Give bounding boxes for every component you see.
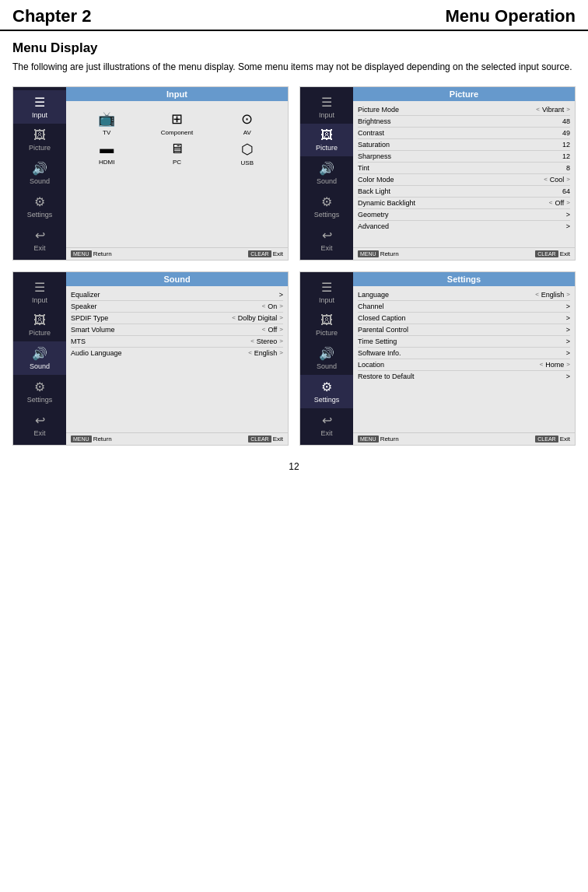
snd-sidebar-input-label: Input	[32, 296, 47, 304]
input-av[interactable]: ⊙ AV	[215, 110, 280, 136]
right-arrow[interactable]: >	[279, 303, 283, 310]
menu-row[interactable]: Channel>	[358, 301, 570, 313]
snd-sidebar-picture[interactable]: 🖼 Picture	[13, 309, 66, 341]
menu-row[interactable]: Software Info.>	[358, 348, 570, 359]
input-component[interactable]: ⊞ Component	[144, 110, 209, 136]
menu-row[interactable]: Language<English>	[358, 289, 570, 301]
left-arrow[interactable]: <	[232, 314, 236, 321]
pic-sidebar-settings-label: Settings	[314, 211, 340, 219]
sidebar-item-sound[interactable]: 🔊 Sound	[13, 156, 66, 190]
menu-row[interactable]: Smart Volume<Off>	[71, 324, 283, 336]
menu-row[interactable]: Brightness48	[358, 116, 570, 128]
hdmi-label: HDMI	[99, 159, 114, 166]
menu-row[interactable]: Geometry>	[358, 209, 570, 221]
pic-sidebar-picture[interactable]: 🖼 Picture	[300, 124, 353, 156]
picture-menu-content: Picture Picture Mode<Vibrant>Brightness4…	[353, 87, 575, 260]
sidebar-picture-label: Picture	[29, 144, 51, 152]
menu-row[interactable]: Advanced>	[358, 221, 570, 232]
left-arrow[interactable]: <	[549, 199, 553, 206]
set-sidebar-picture[interactable]: 🖼 Picture	[300, 309, 353, 341]
left-arrow[interactable]: <	[536, 106, 540, 113]
right-arrow[interactable]: >	[279, 314, 283, 321]
right-arrow[interactable]: >	[566, 199, 570, 206]
sidebar-item-picture[interactable]: 🖼 Picture	[13, 124, 66, 156]
left-arrow[interactable]: <	[262, 326, 266, 333]
input-tv[interactable]: 📺 TV	[74, 110, 139, 136]
row-value-text: 64	[562, 187, 570, 195]
pic-sidebar-input[interactable]: ☰ Input	[300, 90, 353, 124]
menu-row[interactable]: Audio Language<English>	[71, 348, 283, 359]
left-arrow[interactable]: <	[262, 303, 266, 310]
row-label: Smart Volume	[71, 326, 115, 334]
menu-row[interactable]: Restore to Default>	[358, 371, 570, 382]
menu-row[interactable]: Picture Mode<Vibrant>	[358, 104, 570, 116]
row-value: >	[566, 338, 570, 345]
left-arrow[interactable]: <	[540, 361, 544, 368]
set-sidebar-exit[interactable]: ↩ Exit	[300, 408, 353, 442]
pic-return-btn[interactable]: MENU Return	[358, 250, 399, 257]
row-value-text: 8	[566, 164, 570, 172]
right-arrow[interactable]: >	[279, 349, 283, 356]
component-icon: ⊞	[171, 110, 183, 128]
right-arrow[interactable]: >	[566, 291, 570, 298]
row-label: Brightness	[358, 117, 391, 125]
snd-exit-label: Exit	[273, 436, 283, 443]
menu-row[interactable]: Contrast49	[358, 128, 570, 139]
row-value-text: Cool	[550, 176, 565, 184]
right-arrow[interactable]: >	[566, 361, 570, 368]
snd-sidebar-sound[interactable]: 🔊 Sound	[13, 341, 66, 375]
snd-sidebar-input[interactable]: ☰ Input	[13, 275, 66, 309]
menu-row[interactable]: Saturation12	[358, 139, 570, 151]
pic-sidebar-exit[interactable]: ↩ Exit	[300, 223, 353, 257]
row-value: 64	[562, 187, 570, 195]
row-value: >	[566, 303, 570, 310]
left-arrow[interactable]: <	[250, 338, 254, 345]
usb-icon: ⬡	[241, 141, 254, 158]
menu-row[interactable]: Equalizer>	[71, 289, 283, 301]
return-btn[interactable]: MENU Return	[71, 250, 112, 257]
exit-btn[interactable]: CLEAR Exit	[248, 250, 283, 257]
left-arrow[interactable]: <	[248, 349, 252, 356]
set-exit-btn[interactable]: CLEAR Exit	[535, 436, 570, 443]
menu-row[interactable]: Closed Caption>	[358, 313, 570, 324]
menu-row[interactable]: Parental Control>	[358, 324, 570, 336]
set-return-btn[interactable]: MENU Return	[358, 436, 399, 443]
menu-row[interactable]: Dynamic Backlight<Off>	[358, 198, 570, 209]
menu-row[interactable]: Tint8	[358, 163, 570, 174]
menu-row[interactable]: Time Setting>	[358, 336, 570, 348]
snd-exit-btn[interactable]: CLEAR Exit	[248, 436, 283, 443]
sidebar-item-settings[interactable]: ⚙ Settings	[13, 190, 66, 223]
input-usb[interactable]: ⬡ USB	[215, 141, 280, 166]
menu-row[interactable]: Speaker<On>	[71, 301, 283, 313]
set-sidebar-sound[interactable]: 🔊 Sound	[300, 341, 353, 375]
sound-menu-footer: MENU Return CLEAR Exit	[66, 432, 288, 445]
input-pc[interactable]: 🖥 PC	[144, 141, 209, 166]
row-value: <Stereo>	[250, 338, 283, 345]
row-value-text: >	[566, 211, 570, 219]
snd-return-btn[interactable]: MENU Return	[71, 436, 112, 443]
pic-sidebar-settings[interactable]: ⚙ Settings	[300, 190, 353, 223]
menu-row[interactable]: Color Mode<Cool>	[358, 174, 570, 186]
sidebar-item-exit[interactable]: ↩ Exit	[13, 223, 66, 257]
left-arrow[interactable]: <	[535, 291, 539, 298]
right-arrow[interactable]: >	[566, 176, 570, 183]
menu-row[interactable]: Sharpness12	[358, 151, 570, 163]
input-hdmi[interactable]: ▬ HDMI	[74, 141, 139, 166]
right-arrow[interactable]: >	[279, 326, 283, 333]
set-sidebar-settings[interactable]: ⚙ Settings	[300, 375, 353, 408]
menu-row[interactable]: MTS<Stereo>	[71, 336, 283, 348]
set-sidebar-input[interactable]: ☰ Input	[300, 275, 353, 309]
right-arrow[interactable]: >	[566, 106, 570, 113]
row-value-text: >	[566, 349, 570, 357]
pic-exit-btn[interactable]: CLEAR Exit	[535, 250, 570, 257]
snd-sidebar-settings[interactable]: ⚙ Settings	[13, 375, 66, 408]
right-arrow[interactable]: >	[279, 338, 283, 345]
sidebar-item-input[interactable]: ☰ Input	[13, 90, 66, 124]
menu-row[interactable]: SPDIF Type<Dolby Digital>	[71, 313, 283, 324]
snd-sidebar-exit[interactable]: ↩ Exit	[13, 408, 66, 442]
menu-row[interactable]: Location<Home>	[358, 359, 570, 371]
left-arrow[interactable]: <	[544, 176, 548, 183]
menus-grid: ☰ Input 🖼 Picture 🔊 Sound ⚙ Settings ↩	[12, 86, 576, 446]
menu-row[interactable]: Back Light64	[358, 186, 570, 198]
pic-sidebar-sound[interactable]: 🔊 Sound	[300, 156, 353, 190]
